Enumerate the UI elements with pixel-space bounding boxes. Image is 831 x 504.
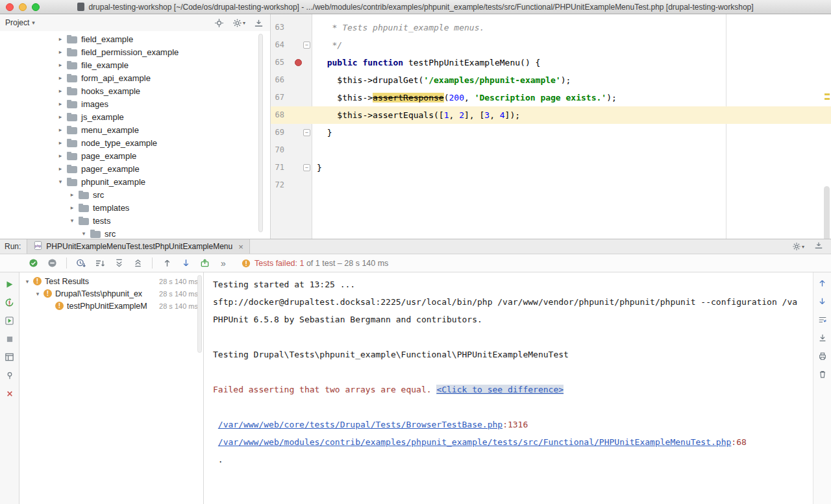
chevron-right-icon[interactable]: ▸ <box>57 152 64 159</box>
expand-all-icon[interactable] <box>113 258 125 269</box>
chevron-down-icon[interactable]: ▾ <box>69 217 75 224</box>
close-window-button[interactable] <box>6 3 14 11</box>
line-number[interactable]: 69− <box>271 124 312 141</box>
tree-item[interactable]: ▸templates <box>0 201 270 214</box>
line-number[interactable]: 68 <box>271 106 312 124</box>
tree-item[interactable]: ▾tests <box>0 214 270 227</box>
tree-item[interactable]: ▾src <box>0 227 270 239</box>
tree-item[interactable]: ▸src <box>0 188 270 201</box>
failed-test-marker-icon[interactable] <box>295 59 302 66</box>
console-link[interactable]: /var/www/web/modules/contrib/examples/ph… <box>218 437 732 447</box>
restore-layout-icon[interactable] <box>4 352 16 362</box>
fold-icon[interactable]: − <box>303 129 310 136</box>
collapse-all-icon[interactable] <box>132 258 143 269</box>
down-stack-trace-icon[interactable] <box>817 296 828 306</box>
show-ignored-icon[interactable] <box>46 258 58 269</box>
chevron-down-icon[interactable]: ▾ <box>32 19 35 26</box>
tree-item[interactable]: ▸node_type_example <box>0 136 270 149</box>
console-output[interactable]: Testing started at 13:25 ...sftp://docke… <box>204 272 813 504</box>
hide-panel-icon[interactable] <box>254 18 264 28</box>
toggle-auto-test-icon[interactable] <box>4 316 16 326</box>
scroll-to-end-icon[interactable] <box>817 333 828 342</box>
tree-item[interactable]: ▸hooks_example <box>0 84 270 97</box>
tree-item[interactable]: ▸field_example <box>0 32 270 45</box>
chevron-down-icon[interactable]: ▾ <box>34 291 42 297</box>
sort-alphabetically-icon[interactable] <box>94 258 106 269</box>
locate-file-icon[interactable] <box>214 18 224 28</box>
settings-gear-icon[interactable]: ▾ <box>232 18 245 28</box>
run-tab[interactable]: php PHPUnitExampleMenuTest.testPhpUnitEx… <box>27 239 249 254</box>
code-line[interactable]: 71−} <box>271 159 831 176</box>
line-number[interactable]: 70 <box>271 141 312 159</box>
clear-console-icon[interactable] <box>817 369 828 379</box>
tree-item[interactable]: ▸form_api_example <box>0 71 270 84</box>
chevron-right-icon[interactable]: ▸ <box>57 36 64 42</box>
stop-icon[interactable] <box>4 334 16 344</box>
warning-stripe-mark[interactable] <box>825 93 830 95</box>
code-line[interactable]: 68 $this->assertEquals([1, 2], [3, 4]); <box>271 106 831 124</box>
code-line[interactable]: 64− */ <box>271 36 831 54</box>
project-tool-window-title[interactable]: Project <box>5 18 29 27</box>
chevron-right-icon[interactable]: ▸ <box>57 62 64 68</box>
tree-item[interactable]: ▾phpunit_example <box>0 175 270 188</box>
code-line[interactable]: 63 * Tests phpunit_example menus. <box>271 19 831 36</box>
tree-item[interactable]: ▸js_example <box>0 110 270 123</box>
editor-scrollbar[interactable] <box>824 186 830 239</box>
line-number[interactable]: 63 <box>271 19 312 36</box>
previous-failed-test-icon[interactable] <box>161 258 173 269</box>
line-number[interactable]: 64− <box>271 36 312 54</box>
show-passed-icon[interactable] <box>27 258 39 269</box>
up-stack-trace-icon[interactable] <box>817 278 828 288</box>
soft-wrap-icon[interactable] <box>817 315 828 324</box>
hide-tool-window-icon[interactable] <box>814 241 823 252</box>
console-link[interactable]: <Click to see difference> <box>436 385 564 394</box>
line-number[interactable]: 65 <box>271 54 312 71</box>
test-tree-item[interactable]: !testPhpUnitExampleM28 s 140 ms <box>19 300 203 312</box>
chevron-down-icon[interactable]: ▾ <box>57 178 64 185</box>
rerun-test-icon[interactable] <box>4 280 16 289</box>
test-tree-item[interactable]: ▾!Drupal\Tests\phpunit_ex28 s 140 ms <box>19 287 203 300</box>
pin-tab-icon[interactable] <box>4 370 16 380</box>
close-icon[interactable] <box>4 389 16 398</box>
tree-item[interactable]: ▸page_example <box>0 149 270 162</box>
tree-item[interactable]: ▸pager_example <box>0 162 270 175</box>
code-line[interactable]: 69− } <box>271 124 831 141</box>
chevron-right-icon[interactable]: ▸ <box>57 165 64 172</box>
fold-icon[interactable]: − <box>303 164 310 171</box>
import-test-results-icon[interactable] <box>199 258 210 269</box>
close-tab-icon[interactable]: × <box>238 242 243 252</box>
chevron-right-icon[interactable]: ▸ <box>69 204 75 211</box>
chevron-right-icon[interactable]: ▸ <box>57 88 64 94</box>
code-line[interactable]: 70 <box>271 141 831 159</box>
line-number[interactable]: 72 <box>271 176 312 194</box>
code-line[interactable]: 66 $this->drupalGet('/examples/phpunit-e… <box>271 71 831 89</box>
zoom-window-button[interactable] <box>32 3 40 11</box>
chevron-right-icon[interactable]: ▸ <box>57 75 64 81</box>
line-number[interactable]: 67 <box>271 89 312 106</box>
rerun-failed-tests-icon[interactable] <box>4 298 16 307</box>
warning-stripe-mark[interactable] <box>825 98 830 100</box>
tree-item[interactable]: ▸images <box>0 97 270 110</box>
test-tree-scrollbar[interactable] <box>197 275 202 353</box>
chevron-right-icon[interactable]: ▸ <box>57 49 64 55</box>
project-scrollbar[interactable] <box>258 34 263 232</box>
console-link[interactable]: /var/www/web/core/tests/Drupal/Tests/Bro… <box>218 420 502 429</box>
chevron-right-icon[interactable]: ▸ <box>69 191 75 198</box>
line-number[interactable]: 66 <box>271 71 312 89</box>
tree-item[interactable]: ▸field_permission_example <box>0 45 270 58</box>
editor[interactable]: 63 * Tests phpunit_example menus.64− */6… <box>271 14 831 239</box>
minimize-window-button[interactable] <box>19 3 27 11</box>
test-tree-item[interactable]: ▾!Test Results28 s 140 ms <box>19 275 203 287</box>
next-failed-test-icon[interactable] <box>180 258 192 269</box>
line-number[interactable]: 71− <box>271 159 312 176</box>
sort-by-duration-icon[interactable] <box>75 258 87 269</box>
tree-item[interactable]: ▸file_example <box>0 58 270 71</box>
chevron-right-icon[interactable]: ▸ <box>57 139 64 146</box>
chevron-down-icon[interactable]: ▾ <box>81 230 87 237</box>
tree-item[interactable]: ▸menu_example <box>0 123 270 136</box>
fold-icon[interactable]: − <box>303 42 310 49</box>
code-line[interactable]: 67 $this->assertResponse(200, 'Descripti… <box>271 89 831 106</box>
code-line[interactable]: 72 <box>271 176 831 194</box>
chevron-right-icon[interactable]: ▸ <box>57 126 64 133</box>
print-icon[interactable] <box>817 351 828 361</box>
